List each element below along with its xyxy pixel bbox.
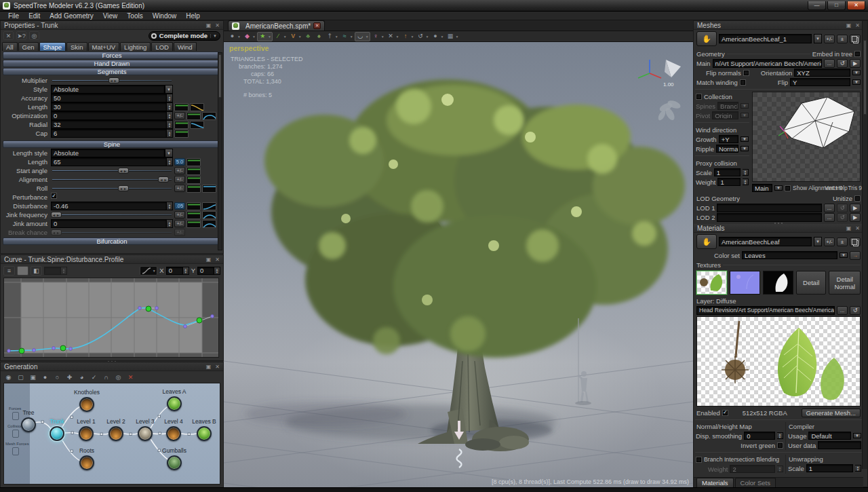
section-bifurcation[interactable]: Bifurcation: [3, 238, 221, 245]
complete-mode-button[interactable]: Complete mode ▼: [149, 31, 220, 41]
curve-mode-icon[interactable]: ≡: [3, 266, 15, 276]
spinner[interactable]: ▲▼: [183, 267, 189, 275]
vp-tool-branches[interactable]: V▼: [288, 32, 302, 41]
right-panel-scrollbar[interactable]: [862, 21, 867, 469]
vp-tool-gravity[interactable]: ↑▼: [401, 32, 415, 41]
close-panel-icon[interactable]: ✕: [215, 22, 220, 29]
curve-thumb[interactable]: [202, 220, 216, 228]
detail-normal-button[interactable]: Detail Normal: [829, 271, 861, 295]
vp-tool-wind[interactable]: ◡▼: [355, 32, 370, 41]
variance-button[interactable]: +/-: [174, 167, 185, 174]
vp-tool-rotate[interactable]: ↺▼: [415, 32, 429, 41]
reload-icon[interactable]: ↺: [837, 213, 848, 222]
close-panel-icon[interactable]: ✕: [855, 22, 860, 29]
profile-curve-thumb[interactable]: [174, 103, 189, 111]
chevron-down-icon[interactable]: ▼: [814, 34, 822, 43]
camera-mode-label[interactable]: perspective: [229, 44, 269, 52]
generation-graph[interactable]: Forces Collision Mesh Forces Tree Trunk …: [3, 383, 220, 485]
texture-preview[interactable]: [696, 316, 861, 406]
match-winding-checkbox[interactable]: [740, 79, 746, 86]
curve-thumb[interactable]: [190, 121, 204, 129]
tab-color-sets[interactable]: Color Sets: [735, 478, 776, 487]
chevron-down-icon[interactable]: ▼: [165, 85, 173, 94]
grab-mesh-icon[interactable]: ✋: [696, 31, 717, 46]
lock-icon[interactable]: ∩: [101, 373, 111, 381]
browse-button[interactable]: ...: [837, 306, 848, 315]
collision-icon[interactable]: [12, 430, 19, 438]
radial-input[interactable]: 32: [51, 120, 167, 129]
color-set-dropdown[interactable]: Leaves: [742, 251, 837, 259]
vp-tool-globe[interactable]: ●▼: [430, 32, 444, 41]
color-set-apply-icon[interactable]: →: [850, 251, 861, 260]
menu-view[interactable]: View: [99, 12, 122, 20]
section-hand-drawn[interactable]: Hand Drawn: [3, 60, 221, 67]
variance-button[interactable]: +/-: [174, 220, 185, 227]
profile-curve-thumb[interactable]: [186, 176, 201, 184]
vp-tool-film[interactable]: ▦▼: [445, 32, 459, 41]
curve-stamp-icon[interactable]: ◧: [31, 266, 42, 276]
tab-all[interactable]: All: [2, 42, 18, 51]
leaves-a-node-icon[interactable]: [167, 396, 182, 411]
variance-button[interactable]: +/-: [174, 211, 185, 219]
mesh-plusminus-button[interactable]: ±: [837, 35, 848, 43]
variance-button[interactable]: +/-: [174, 176, 185, 183]
tab-materials[interactable]: Materials: [696, 478, 734, 487]
unwrap-scale-input[interactable]: 1: [806, 464, 853, 472]
vp-tool-scale-figure[interactable]: ♀▼: [371, 32, 385, 41]
properties-scrollbar[interactable]: [218, 52, 222, 250]
embed-in-tree-checkbox[interactable]: [854, 51, 861, 57]
tab-shape[interactable]: Shape: [39, 42, 66, 51]
spines-dropdown[interactable]: Branches: [717, 102, 738, 110]
tab-mat-uv[interactable]: Mat+UV: [88, 42, 120, 51]
section-forces[interactable]: Forces: [3, 52, 221, 59]
float-panel-icon[interactable]: ▣: [206, 364, 212, 370]
mesh-selector-dropdown[interactable]: AmericanBeechLeaf_1: [719, 34, 812, 43]
accuracy-input[interactable]: 50: [51, 94, 167, 102]
gumballs-node-icon[interactable]: [167, 455, 182, 470]
export-icon[interactable]: ▶: [850, 213, 861, 222]
level2-node-icon[interactable]: [108, 426, 123, 441]
diffuse-path-field[interactable]: Head Revision/Art Support/American Beech…: [696, 306, 835, 315]
menu-tools[interactable]: Tools: [123, 12, 146, 20]
chevron-down-icon[interactable]: ▼: [165, 149, 173, 157]
chevron-down-icon[interactable]: ▼: [852, 70, 861, 75]
start-angle-slider[interactable]: ◄►: [51, 166, 173, 175]
material-plusminus-button[interactable]: ±: [837, 238, 848, 246]
trunk-node-icon[interactable]: [50, 426, 64, 441]
maximize-button[interactable]: □: [827, 1, 846, 10]
float-panel-icon[interactable]: ▣: [206, 22, 212, 29]
optimization-input[interactable]: 0: [51, 111, 167, 120]
normal-texture-thumb[interactable]: [730, 271, 760, 295]
export-icon[interactable]: ▶: [850, 59, 861, 68]
tree-node-icon[interactable]: [21, 417, 36, 432]
growth-dropdown[interactable]: +Y: [719, 135, 738, 143]
eye-icon[interactable]: ◕: [77, 373, 87, 381]
alpha-texture-thumb[interactable]: [763, 271, 793, 295]
lasso-icon[interactable]: ○: [52, 373, 62, 381]
force-icon[interactable]: [12, 412, 19, 420]
leaves-b-node-icon[interactable]: [197, 426, 212, 441]
reload-icon[interactable]: ↺: [837, 59, 848, 68]
vp-tool-plant[interactable]: ♠: [314, 32, 324, 41]
profile-curve-thumb[interactable]: [186, 185, 201, 193]
browse-button[interactable]: ...: [824, 59, 835, 68]
alignment-slider[interactable]: ◄►: [51, 175, 173, 184]
close-button[interactable]: ✕: [847, 1, 865, 10]
variance-button[interactable]: +/-: [174, 185, 185, 192]
reload-icon[interactable]: ↺: [837, 204, 848, 212]
variance-button[interactable]: +/-: [174, 112, 185, 119]
document-tab[interactable]: AmericanBeech.spm* ✕: [228, 20, 325, 31]
curve-y-input[interactable]: 0: [197, 267, 214, 275]
profile-curve-thumb[interactable]: [186, 167, 201, 175]
collection-checkbox[interactable]: [696, 94, 702, 100]
scrollbar-thumb[interactable]: [863, 40, 867, 115]
curve-thumb[interactable]: [202, 202, 216, 210]
delete-node-icon[interactable]: ✕: [125, 373, 136, 381]
section-segments[interactable]: Segments: [3, 68, 221, 75]
tab-gen[interactable]: Gen: [18, 42, 39, 51]
float-panel-icon[interactable]: ▣: [846, 22, 852, 29]
orientation-dropdown[interactable]: XYZ: [794, 69, 850, 77]
level1-node-icon[interactable]: [79, 426, 94, 441]
spinner[interactable]: ▲▼: [167, 157, 173, 166]
flip-dropdown[interactable]: Y: [790, 78, 850, 86]
